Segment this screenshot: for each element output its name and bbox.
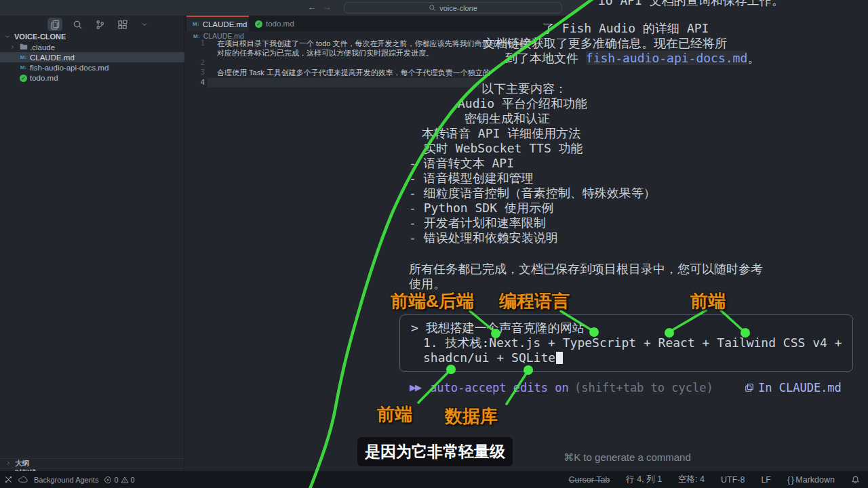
context-file-label: In CLAUDE.md — [758, 381, 842, 394]
tab-todo-md[interactable]: ✓ todo.md — [249, 16, 303, 31]
sidebar-toolbar — [47, 18, 152, 31]
callout-database: 数据库 — [445, 405, 498, 428]
remote-window-icon[interactable] — [4, 475, 13, 484]
sidebar-item-fish-audio-api-docs[interactable]: M↓ fish-audio-api-docs.md — [0, 62, 184, 73]
extensions-icon[interactable] — [115, 18, 130, 31]
file-label: todo.md — [30, 74, 58, 82]
status-bar: Background Agents 0 0 Cursor Tab 行 4, 列 … — [0, 471, 868, 488]
cursor-window: ← → voice-clone VOICE-CLONE .claude M↓ C… — [0, 0, 868, 488]
file-label: CLAUDE.md — [30, 54, 75, 62]
source-control-icon[interactable] — [92, 18, 107, 31]
prompt-line: 1. 技术栈:Next.js + TypeScript + React + Ta… — [423, 336, 842, 350]
check-circle-icon: ✓ — [255, 19, 262, 28]
tab-claude-md[interactable]: M↓ CLAUDE.md × — [186, 16, 249, 31]
auto-accept-mode-label: auto-accept edits on — [430, 380, 569, 395]
context-file-indicator: In CLAUDE.md — [745, 380, 842, 395]
claude-output-line: 了 Fish Audio 的详细 API — [542, 21, 709, 36]
claude-output-line: 实时 WebSocket TTS 功能 — [424, 141, 583, 156]
bell-icon[interactable] — [851, 475, 860, 485]
line-col-indicator[interactable]: 行 4, 列 1 — [626, 474, 662, 485]
claude-output-line: 密钥生成和认证 — [465, 111, 550, 126]
claude-output-line: 文档链接获取了更多准确信息。现在已经将所 — [483, 36, 727, 51]
chevron-down-icon[interactable] — [137, 18, 152, 31]
indent-indicator[interactable]: 空格: 4 — [678, 474, 705, 485]
line-number: 2 — [191, 58, 205, 67]
generate-command-hint: ⌘K to generate a command — [526, 451, 729, 464]
encoding-indicator[interactable]: UTF-8 — [721, 475, 745, 485]
explorer-icon[interactable] — [47, 18, 62, 31]
video-subtitle: 是因为它非常轻量级 — [357, 437, 513, 466]
cloud-icon[interactable] — [18, 476, 28, 483]
chevron-down-icon — [4, 33, 11, 40]
callout-frontend-bottom: 前端 — [377, 403, 412, 426]
mode-cycle-hint: (shift+tab to cycle) — [574, 380, 713, 395]
claude-output-line: - 语音模型创建和管理 — [409, 171, 534, 186]
claude-output-line: - 细粒度语音控制（音素控制、特殊效果等） — [409, 186, 656, 201]
file-label: fish-audio-api-docs.md — [30, 64, 108, 72]
line-number: 3 — [191, 68, 205, 77]
background-agents-label[interactable]: Background Agents — [34, 476, 98, 484]
line-number: 1 — [191, 39, 205, 47]
search-panel-icon[interactable] — [70, 18, 85, 31]
nav-forward-button[interactable]: → — [321, 2, 333, 12]
claude-output-line: - 开发者计划和速率限制 — [409, 216, 546, 230]
claude-output-line: - Python SDK 使用示例 — [409, 201, 553, 216]
line-number-active: 4 — [191, 78, 205, 87]
claude-output-line: 本转语音 API 详细使用方法 — [422, 126, 580, 141]
sidebar-item-claude-md[interactable]: M↓ CLAUDE.md — [0, 52, 184, 62]
file-label: .claude — [30, 43, 55, 52]
prompt-line: shadcn/ui + SQLite — [423, 350, 563, 365]
outline-section-header[interactable]: 大纲 — [0, 458, 184, 468]
callout-fullstack: 前端&后端 — [391, 289, 474, 313]
auto-accept-arrows-icon: ▶▶ — [410, 382, 420, 392]
project-root-label: VOICE-CLONE — [14, 33, 66, 41]
editor-line[interactable]: 合理使用 Task 工具创建多个子代理来提高开发的效率，每个子代理负责一个独立的… — [217, 68, 528, 78]
claude-output-line: Audio 平台介绍和功能 — [458, 96, 587, 111]
claude-output-line: - 语音转文本 API — [409, 156, 514, 171]
markdown-file-icon: M↓ — [193, 21, 199, 27]
language-mode-indicator[interactable]: { } Markdown — [787, 475, 835, 485]
error-icon — [104, 476, 112, 484]
claude-output-line: 到了本地文件 fish-audio-api-docs.md。 — [505, 51, 760, 66]
markdown-file-icon: M↓ — [19, 54, 28, 60]
prompt-line: > 我想搭建一个声音克隆的网站 — [411, 321, 585, 336]
claude-output-line: io API 文档的查询和保存工作。 — [598, 0, 784, 8]
search-value: voice-clone — [439, 4, 477, 12]
callout-frontend-top: 前端 — [690, 289, 726, 313]
claude-output-line: 以下主要内容： — [481, 81, 567, 96]
problems-indicator[interactable]: 0 0 — [104, 476, 134, 484]
cursor-tab-toggle[interactable]: Cursor Tab — [568, 475, 610, 485]
sidebar-item-todo-md[interactable]: ✓ todo.md — [0, 73, 184, 83]
nav-back-button[interactable]: ← — [306, 2, 318, 12]
chevron-right-icon — [9, 43, 16, 52]
editor-line[interactable]: 对应的任务标记为已完成，这样可以方便我们实时跟踪开发进度。 — [217, 48, 433, 58]
inline-code-filename: fish-audio-api-docs.md — [586, 51, 747, 65]
project-root-header[interactable]: VOICE-CLONE — [4, 33, 66, 41]
text-cursor — [556, 352, 563, 364]
warning-icon — [121, 476, 129, 484]
outline-label: 大纲 — [15, 459, 29, 468]
tab-label: CLAUDE.md — [203, 20, 248, 28]
markdown-file-icon: M↓ — [19, 64, 28, 70]
current-line-highlight — [208, 78, 528, 87]
copy-icon — [745, 383, 754, 392]
tab-label: todo.md — [266, 20, 294, 28]
folder-icon — [19, 43, 28, 52]
claude-output-line: 所有任务都已完成，文档已保存到项目根目录中，您可以随时参考 — [409, 262, 763, 277]
callout-language: 编程语言 — [499, 289, 570, 313]
eol-indicator[interactable]: LF — [761, 475, 771, 485]
explorer-sidebar: VOICE-CLONE .claude M↓ CLAUDE.md M↓ fish… — [0, 16, 184, 471]
claude-output-line: - 错误处理和依赖安装说明 — [409, 230, 558, 245]
chevron-right-icon — [5, 460, 12, 466]
check-circle-icon: ✓ — [19, 73, 28, 82]
search-icon — [429, 4, 436, 12]
command-center-search[interactable]: voice-clone — [344, 2, 561, 14]
sidebar-item-claude-folder[interactable]: .claude — [0, 42, 184, 52]
